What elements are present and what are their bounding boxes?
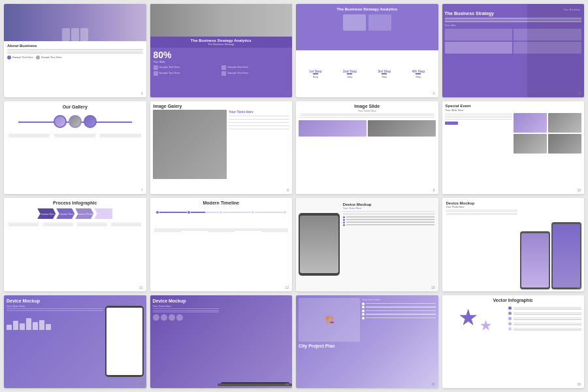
tl-label-3 [208,228,235,233]
slide-8-content: Your Texts Here [150,110,293,180]
item-3: Sample Text Here [154,71,221,76]
slide-4[interactable]: The Business Strategy Analytics The Busi… [150,4,293,97]
item-1: Sample Text Here [154,65,221,70]
slide-number-14: 14 [577,286,581,289]
slide-8-main-img [153,110,227,180]
slide-9[interactable]: Image Slide Your Texts Here 9 [296,101,438,195]
slide-13[interactable]: Device Mockup Your Texts Here [296,198,438,291]
slide-10-button[interactable] [445,122,458,125]
slide-15-left: Device Mockup Your Texts Here [7,297,103,387]
il2-1 [514,312,581,314]
slide-10-right [514,113,581,154]
tll5-2 [261,230,288,231]
step-line-3 [382,73,387,74]
slide-16[interactable]: Device Mockup Your Texts Here [150,295,293,389]
slide-4-photo [150,4,293,37]
bar-5 [33,322,38,330]
item-icon-1 [154,65,158,70]
phone-screen-14-1 [521,233,549,287]
bar-chart-15 [7,314,103,330]
dc4-3 [111,225,141,226]
slide-5[interactable]: The Business Strategy Analytics 1st Step… [296,4,438,97]
slide-16-left: Device Mockup Your Texts Here [153,297,220,387]
slide-5-header: The Business Strategy Analytics [296,4,438,50]
tl-dot-4 [251,210,255,214]
tc2-line-3 [54,137,95,137]
laptop-wrap [221,382,289,386]
slide-7[interactable]: Our Gallery [4,101,146,195]
tc-line-1 [8,134,50,135]
slide-5-header-imgs [296,12,438,33]
tll3-2 [208,230,235,231]
s18-bullet-5 [362,317,435,319]
slide-19[interactable]: Vector Infographic [442,295,585,389]
inf-dot-1 [508,306,512,310]
gears-container [459,306,492,332]
circle-3 [169,314,175,321]
tl-label-5 [261,228,288,233]
slide-12[interactable]: Modern Timeline [150,198,293,291]
person-1 [62,28,70,41]
s18-text-5 [366,318,435,319]
s14-line-4 [446,214,517,215]
rs-line-5 [229,129,289,129]
inf-lines-5 [514,327,581,331]
il-2 [514,308,581,310]
bullet-text-1 [346,216,434,218]
item-text-4: Sample Text Here [227,71,248,74]
slide-4-percent-label: Your Slide [154,60,289,63]
slide-11[interactable]: Process Infographic Process One Process … [4,198,146,291]
s16-line-3 [153,312,220,312]
phone-screen-15 [106,308,142,375]
slide-8[interactable]: Image Galery Your Texts Here 8 [150,101,293,195]
slide-14[interactable]: Device Mockup Your Texts Here 14 [442,198,585,291]
header-img-1 [343,14,366,31]
gallery-circle-3 [84,115,97,128]
step-1: 1st Step Step [309,69,321,78]
phone-screen-13 [300,216,338,273]
slide-18[interactable]: 🏗️ City Project Plan Your Texts Here [296,295,438,389]
slide-number-6: 6 [579,91,581,95]
tl-dot-1 [155,210,159,214]
il4-2 [514,324,581,325]
slide-13-content: Device Mockup Your Texts Here [296,198,438,291]
slide-8-sub: Your Texts Here [229,110,289,114]
inf-item-5 [508,327,581,331]
tll5-3 [261,231,288,232]
item-text-3: Sample Text Here [159,71,180,74]
s15-line-2 [7,310,103,311]
item-4: Sample Text Here [221,71,289,76]
slide-6[interactable]: Your Business The Business Strategy Your… [442,4,585,97]
inf-lines-2 [514,312,581,316]
slide-13-right: Device Mockup Your Texts Here [342,200,436,289]
tll2-1 [181,229,208,229]
slide-10[interactable]: Special Event Your Slide Here 10 [442,101,585,195]
bullet-dot-3 [343,221,345,223]
dc1-1 [8,223,39,223]
inf-lines-4 [514,322,581,326]
slide-6-inner: Your Business The Business Strategy Your… [442,4,585,97]
footer-icon-1 [7,56,11,59]
footer-icon-2 [36,56,40,59]
rs-line-4 [229,125,289,126]
arrow-label-1: Process One [39,212,54,216]
tl-label-4 [235,228,261,233]
inf-dot-3 [508,317,512,320]
slide-16-sub: Your Texts Here [153,304,220,308]
step-num-1: 1st Step [309,69,321,73]
infographic-items [508,305,581,333]
gallery-row [7,114,144,129]
slide-15[interactable]: Device Mockup Your Texts Here 15 [4,295,146,389]
photo-4 [548,134,581,154]
bullet-text-2 [346,219,434,220]
img-box-a [299,120,367,137]
dc3-1 [77,223,107,223]
inf-dot-2 [508,312,512,315]
tll4-2 [235,230,261,231]
photo-3 [514,134,547,154]
slide-3-title: About Business [7,44,143,48]
s18-dot-5 [362,317,365,319]
slide-3[interactable]: About Business Sample Text Here Sample T… [4,4,146,97]
circle-1 [153,314,159,321]
step-line-1 [313,73,318,74]
